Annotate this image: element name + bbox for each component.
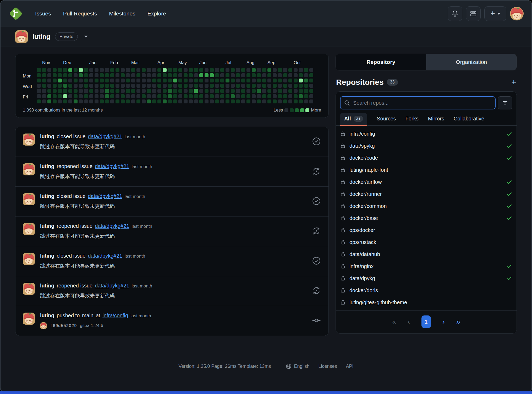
repo-list-item[interactable]: data/datahub (340, 248, 512, 260)
pagination-prev-button[interactable]: ‹ (408, 318, 410, 325)
repo-filter-tab-mirrors[interactable]: Mirrors (428, 113, 444, 125)
repo-name[interactable]: ops/rustack (349, 239, 502, 245)
repo-name[interactable]: docker/runner (349, 191, 502, 197)
avatar[interactable] (23, 163, 35, 175)
pagination-current-page[interactable]: 1 (421, 315, 431, 328)
feed-repo-link[interactable]: data/dpykg#21 (95, 223, 129, 229)
heatmap-cell (246, 94, 250, 98)
heatmap-cell (105, 99, 109, 103)
repo-filter-tab-all[interactable]: All 31 (340, 113, 367, 125)
active-runners-button[interactable] (466, 6, 481, 21)
tab-organization[interactable]: Organization (426, 54, 517, 70)
avatar[interactable] (23, 253, 35, 265)
repo-list-item[interactable]: infra/config (340, 128, 512, 140)
licenses-link[interactable]: Licenses (318, 364, 337, 369)
repo-name[interactable]: luting/gitea-github-theme (349, 299, 502, 306)
repo-list-item[interactable]: data/spykg (340, 140, 512, 152)
feed-repo-link[interactable]: data/dpykg#21 (88, 134, 122, 140)
feed-repo-link[interactable]: data/dpykg#21 (95, 163, 129, 169)
heatmap-cell (79, 94, 83, 98)
repo-list-item[interactable]: ops/rustack (340, 236, 512, 248)
filter-tab-label: Collaborative (454, 116, 484, 122)
avatar[interactable] (23, 283, 35, 295)
profile-dropdown-caret[interactable] (84, 36, 88, 38)
feed-repo-link[interactable]: data/dpykg#21 (88, 253, 122, 259)
repo-name[interactable]: luting/maple-font (349, 167, 502, 173)
repo-filter-tab-forks[interactable]: Forks (405, 113, 419, 125)
heatmap-cell (215, 94, 219, 98)
feed-actor[interactable]: luting (40, 134, 54, 140)
heatmap-cell (95, 84, 98, 88)
feed-repo-link[interactable]: data/dpykg#21 (88, 193, 122, 199)
feed-actor[interactable]: luting (40, 223, 54, 229)
heatmap-cell (178, 94, 182, 98)
repo-name[interactable]: data/datahub (349, 251, 502, 257)
pagination-next-button[interactable]: › (442, 318, 445, 325)
avatar[interactable] (23, 193, 35, 205)
profile-avatar[interactable] (15, 30, 28, 43)
repo-list-item[interactable]: luting/maple-font (340, 164, 512, 176)
repo-filter-tab-sources[interactable]: Sources (377, 113, 396, 125)
repo-name[interactable]: docker/doris (349, 287, 502, 293)
heatmap-cell (116, 79, 119, 82)
feed-actor[interactable]: luting (40, 283, 54, 289)
feed-branch[interactable]: main (82, 313, 93, 319)
repo-list-item[interactable]: docker/base (340, 212, 512, 224)
repo-list-item[interactable]: infra/nginx (340, 260, 512, 272)
avatar[interactable] (23, 223, 35, 235)
feed-repo-link[interactable]: data/dpykg#21 (95, 283, 129, 289)
heatmap-cell (267, 79, 271, 82)
repo-list-item[interactable]: docker/runner (340, 188, 512, 200)
feed-actor[interactable]: luting (40, 193, 54, 199)
heatmap-cell (246, 84, 250, 88)
repo-list-item[interactable]: docker/common (340, 200, 512, 212)
user-menu-avatar[interactable] (510, 7, 524, 20)
repo-list-item[interactable]: docker/code (340, 152, 512, 164)
repo-name[interactable]: infra/config (349, 131, 502, 137)
pagination-first-button[interactable]: « (392, 318, 396, 325)
heatmap-cell (210, 89, 214, 93)
search-repos-input[interactable] (340, 96, 496, 109)
feed-actor[interactable]: luting (40, 253, 54, 259)
navbar-actions: + (448, 6, 524, 21)
repo-name[interactable]: data/spykg (349, 143, 502, 149)
heatmap-cell (309, 84, 313, 88)
api-link[interactable]: API (346, 364, 353, 369)
repo-list-item[interactable]: luting/gitea-github-theme (340, 296, 512, 308)
heatmap-cell (236, 99, 240, 103)
add-repository-button[interactable]: + (511, 78, 516, 86)
notifications-button[interactable] (448, 6, 462, 21)
nav-link-milestones[interactable]: Milestones (109, 10, 135, 17)
repo-list-item[interactable]: ops/docker (340, 224, 512, 236)
avatar[interactable] (23, 313, 35, 325)
nav-link-explore[interactable]: Explore (147, 10, 166, 17)
repo-name[interactable]: docker/code (349, 155, 502, 161)
language-selector[interactable]: English (286, 363, 309, 369)
tab-repository[interactable]: Repository (336, 54, 426, 70)
page-footer: Version: 1.25.0 Page: 26ms Template: 13m… (1, 363, 531, 369)
feed-actor[interactable]: luting (40, 313, 54, 319)
repo-name[interactable]: docker/common (349, 203, 502, 209)
repo-name[interactable]: infra/nginx (349, 263, 502, 269)
avatar[interactable] (23, 134, 35, 146)
pagination-last-button[interactable]: » (456, 318, 460, 325)
commit-sha-link[interactable]: f69d552029 (50, 323, 77, 328)
heatmap-cell (131, 79, 135, 82)
nav-link-pull-requests[interactable]: Pull Requests (63, 10, 97, 17)
repo-list-item[interactable]: docker/airflow (340, 176, 512, 188)
repo-filter-button[interactable] (498, 96, 512, 109)
repo-name[interactable]: ops/docker (349, 227, 502, 233)
repo-filter-tab-collaborative[interactable]: Collaborative (454, 113, 484, 125)
gitea-logo[interactable] (8, 6, 23, 21)
repo-list-item[interactable]: data/dpykg (340, 272, 512, 284)
create-new-button[interactable]: + (484, 6, 506, 21)
heatmap-cell (205, 79, 209, 82)
heatmap-cell (152, 84, 156, 88)
repo-name[interactable]: data/dpykg (349, 275, 502, 281)
repo-list-item[interactable]: docker/doris (340, 284, 512, 296)
feed-repo-link[interactable]: infra/config (102, 313, 128, 319)
feed-actor[interactable]: luting (40, 163, 54, 169)
repo-name[interactable]: docker/airflow (349, 179, 502, 185)
nav-link-issues[interactable]: Issues (35, 10, 51, 17)
repo-name[interactable]: docker/base (349, 215, 502, 221)
